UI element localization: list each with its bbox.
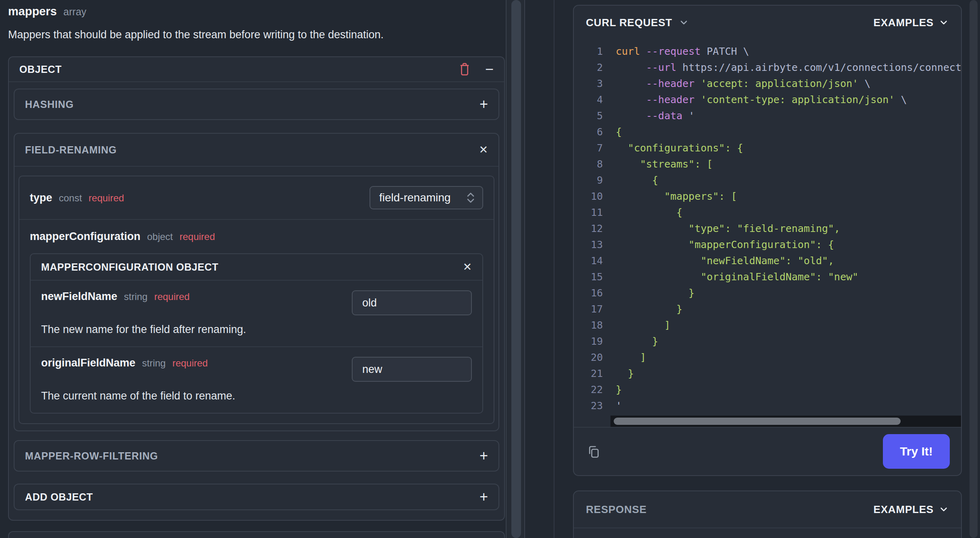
- line-number: 4: [574, 92, 603, 108]
- object-panel: OBJECT −: [8, 56, 505, 521]
- field-renaming-group: type const required field-renaming: [19, 176, 494, 424]
- type-property-required: required: [89, 192, 124, 203]
- hashing-section[interactable]: HASHING +: [14, 89, 499, 120]
- api-reference-page: mappers array Mappers that should be app…: [0, 0, 980, 538]
- mapper-configuration-title: MAPPERCONFIGURATION OBJECT: [41, 261, 218, 273]
- code-line: 6{: [574, 124, 961, 140]
- line-number: 7: [574, 140, 603, 156]
- code-line: 17 }: [574, 301, 961, 317]
- line-number: 17: [574, 301, 603, 317]
- code-line: 7 "configurations": {: [574, 140, 961, 156]
- type-property-kind: const: [59, 192, 82, 203]
- chevron-up-down-icon: [465, 191, 476, 205]
- line-number: 13: [574, 237, 603, 253]
- chevron-down-icon: [938, 17, 949, 28]
- code-line: 10 "mappers": [: [574, 188, 961, 205]
- try-it-button[interactable]: Try It!: [883, 434, 950, 469]
- trash-icon: [458, 62, 471, 77]
- original-field-name-description: The current name of the field to rename.: [41, 390, 472, 402]
- new-field-name-kind: string: [124, 291, 148, 302]
- response-header: RESPONSE EXAMPLES: [574, 491, 961, 528]
- mapper-row-filtering-section[interactable]: MAPPER-ROW-FILTERING +: [14, 440, 499, 472]
- code-line: 23': [574, 398, 961, 414]
- add-object-outer-button[interactable]: ADD OBJECT +: [8, 531, 505, 538]
- code-line: 12 "type": "field-renaming",: [574, 221, 961, 237]
- original-field-name-row: originalFieldName string required The cu…: [31, 347, 482, 413]
- object-panel-header: OBJECT −: [9, 57, 504, 82]
- original-field-name-label: originalFieldName: [41, 357, 135, 369]
- code-line: 11 {: [574, 205, 961, 221]
- field-renaming-section: FIELD-RENAMING ✕ type const required: [14, 133, 499, 431]
- page-scrollbar-thumb[interactable]: [970, 0, 978, 538]
- object-panel-title: OBJECT: [19, 64, 62, 75]
- mapper-configuration-close-button[interactable]: ✕: [463, 262, 472, 273]
- curl-request-title: CURL REQUEST: [586, 17, 672, 29]
- line-number: 14: [574, 253, 603, 269]
- line-number: 3: [574, 76, 603, 92]
- doc-scrollbar-track: [507, 0, 525, 538]
- line-number: 12: [574, 221, 603, 237]
- code-block[interactable]: 1curl --request PATCH \2 --url https://a…: [574, 39, 961, 416]
- code-line: 13 "mapperConfiguration": {: [574, 237, 961, 253]
- code-line: 3 --header 'accept: application/json' \: [574, 76, 961, 92]
- new-field-name-row: newFieldName string required The new nam…: [31, 281, 482, 346]
- chevron-down-icon: [938, 504, 949, 515]
- code-line: 1curl --request PATCH \: [574, 43, 961, 60]
- line-number: 15: [574, 269, 603, 285]
- type-property-name: type: [30, 192, 52, 204]
- original-field-name-required: required: [172, 358, 208, 368]
- new-field-name-description: The new name for the field after renamin…: [41, 323, 472, 336]
- line-number: 5: [574, 108, 603, 124]
- collapse-object-button[interactable]: −: [485, 62, 494, 77]
- type-select[interactable]: field-renaming: [370, 186, 483, 209]
- add-object-inner-label: ADD OBJECT: [25, 491, 93, 503]
- code-line: 5 --data ': [574, 108, 961, 124]
- code-line: 16 }: [574, 285, 961, 301]
- mapper-row-filtering-title: MAPPER-ROW-FILTERING: [25, 450, 158, 462]
- code-hscrollbar-thumb[interactable]: [614, 418, 901, 425]
- field-type: array: [63, 6, 86, 17]
- mapper-row-filtering-expand-button[interactable]: +: [480, 449, 488, 463]
- line-number: 8: [574, 156, 603, 172]
- doc-scrollbar-thumb[interactable]: [511, 0, 521, 538]
- response-panel: RESPONSE EXAMPLES: [573, 490, 962, 538]
- mapper-configuration-panel: MAPPERCONFIGURATION OBJECT ✕ newFieldNam…: [30, 253, 483, 414]
- hashing-expand-button[interactable]: +: [480, 97, 488, 112]
- response-examples-dropdown[interactable]: EXAMPLES: [874, 503, 949, 516]
- field-description: Mappers that should be applied to the st…: [8, 29, 505, 41]
- chevron-down-icon: [679, 17, 689, 28]
- code-hscrollbar-track: [610, 416, 961, 427]
- request-examples-dropdown[interactable]: EXAMPLES: [874, 17, 949, 29]
- line-number: 2: [574, 60, 603, 76]
- code-line: 9 {: [574, 172, 961, 188]
- line-number: 16: [574, 285, 603, 301]
- field-heading: mappers array: [8, 5, 505, 18]
- add-object-inner-plus: +: [480, 490, 488, 504]
- code-line: 14 "newFieldName": "old",: [574, 253, 961, 269]
- new-field-name-input[interactable]: [352, 290, 472, 315]
- api-console-column: CURL REQUEST EXAMPLES 1curl --request PA…: [554, 0, 980, 538]
- field-name: mappers: [8, 5, 57, 18]
- field-renaming-title: FIELD-RENAMING: [25, 144, 117, 156]
- original-field-name-input[interactable]: [352, 357, 472, 382]
- mapper-configuration-header: MAPPERCONFIGURATION OBJECT ✕: [31, 254, 482, 281]
- curl-request-selector[interactable]: CURL REQUEST: [586, 17, 689, 29]
- field-renaming-header[interactable]: FIELD-RENAMING ✕: [15, 134, 498, 167]
- line-number: 20: [574, 350, 603, 366]
- line-number: 21: [574, 366, 603, 382]
- line-number: 11: [574, 205, 603, 221]
- line-number: 23: [574, 398, 603, 414]
- code-line: 15 "originalFieldName": "new": [574, 269, 961, 285]
- line-number: 19: [574, 333, 603, 350]
- mapper-configuration-name: mapperConfiguration: [30, 230, 141, 242]
- line-number: 18: [574, 317, 603, 333]
- add-object-inner-button[interactable]: ADD OBJECT +: [14, 484, 499, 510]
- line-number: 6: [574, 124, 603, 140]
- field-renaming-close-button[interactable]: ✕: [479, 145, 488, 155]
- code-line: 19 }: [574, 333, 961, 350]
- delete-object-button[interactable]: [458, 62, 471, 77]
- copy-code-button[interactable]: [585, 443, 602, 460]
- code-line: 2 --url https://api.airbyte.com/v1/conne…: [574, 60, 961, 76]
- code-line: 21 }: [574, 366, 961, 382]
- code-line: 18 ]: [574, 317, 961, 333]
